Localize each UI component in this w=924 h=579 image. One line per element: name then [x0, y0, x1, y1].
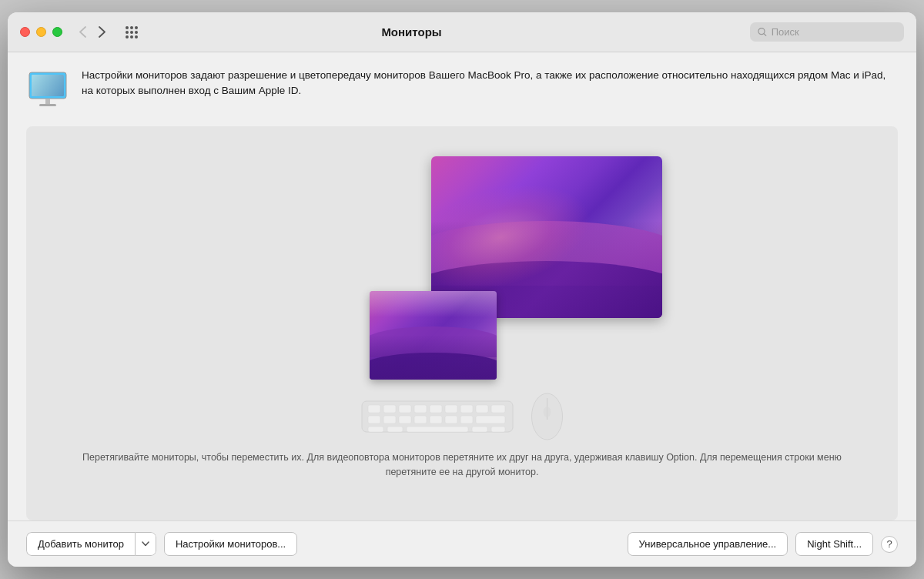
- content-area: Настройки мониторов задают разрешение и …: [8, 52, 916, 520]
- svg-rect-19: [399, 416, 411, 423]
- svg-rect-11: [414, 405, 427, 413]
- svg-rect-24: [476, 416, 505, 423]
- svg-rect-27: [407, 427, 468, 432]
- add-monitor-button[interactable]: Добавить монитор: [26, 532, 135, 556]
- search-icon: [758, 27, 767, 37]
- svg-line-1: [764, 34, 766, 36]
- small-wave-2: [370, 353, 497, 380]
- maximize-button[interactable]: [52, 27, 62, 37]
- keyboard-icon: [360, 397, 514, 436]
- help-button[interactable]: ?: [881, 536, 898, 553]
- svg-rect-14: [460, 405, 473, 413]
- secondary-monitor[interactable]: [370, 291, 497, 380]
- secondary-wallpaper: [370, 291, 497, 380]
- svg-rect-17: [368, 416, 380, 423]
- minimize-button[interactable]: [36, 27, 46, 37]
- svg-rect-26: [387, 427, 403, 432]
- night-shift-button[interactable]: Night Shift...: [795, 532, 873, 556]
- svg-point-32: [543, 407, 551, 417]
- display-settings-button[interactable]: Настройки мониторов...: [164, 532, 297, 556]
- window-title: Мониторы: [73, 25, 750, 38]
- monitor-icon: [26, 68, 69, 112]
- info-section: Настройки мониторов задают разрешение и …: [26, 68, 898, 112]
- svg-rect-9: [383, 405, 396, 413]
- search-input[interactable]: [772, 26, 896, 38]
- add-monitor-group: Добавить монитор: [26, 532, 156, 556]
- svg-rect-23: [460, 416, 473, 423]
- svg-rect-28: [472, 427, 487, 432]
- search-box[interactable]: [750, 22, 904, 42]
- svg-rect-21: [430, 416, 442, 423]
- chevron-down-icon: [142, 541, 149, 547]
- svg-rect-5: [45, 99, 50, 104]
- svg-rect-10: [399, 405, 411, 413]
- traffic-lights: [20, 27, 62, 37]
- svg-rect-12: [430, 405, 442, 413]
- add-monitor-dropdown-button[interactable]: [135, 532, 156, 556]
- mouse-icon: [530, 390, 564, 443]
- title-bar: Мониторы: [8, 12, 916, 52]
- universal-control-button[interactable]: Универсальное управление...: [628, 532, 788, 556]
- close-button[interactable]: [20, 27, 30, 37]
- main-window: Мониторы: [8, 12, 916, 567]
- peripherals-area: [360, 380, 564, 450]
- svg-rect-25: [368, 427, 383, 432]
- svg-rect-29: [491, 427, 505, 432]
- svg-rect-22: [445, 416, 457, 423]
- svg-rect-18: [383, 416, 396, 423]
- instruction-text: Перетягивайте мониторы, чтобы переместит…: [26, 450, 898, 491]
- svg-rect-20: [414, 416, 427, 423]
- small-wave-1: [370, 326, 497, 357]
- svg-rect-6: [39, 104, 56, 106]
- svg-rect-13: [445, 405, 457, 413]
- display-area: Перетягивайте мониторы, чтобы переместит…: [26, 126, 898, 520]
- svg-rect-16: [491, 405, 505, 413]
- info-text: Настройки мониторов задают разрешение и …: [82, 68, 898, 99]
- svg-rect-8: [368, 405, 380, 413]
- bottom-bar: Добавить монитор Настройки мониторов... …: [8, 520, 916, 567]
- svg-rect-15: [476, 405, 488, 413]
- svg-rect-4: [32, 75, 64, 96]
- monitors-container: [316, 156, 608, 380]
